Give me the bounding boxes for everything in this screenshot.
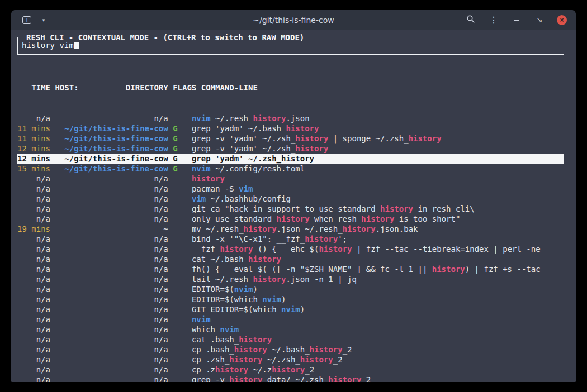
cell-flags: G — [173, 164, 192, 173]
history-row[interactable]: n/a n/a nvim ~/.resh_history.json — [17, 113, 564, 123]
command-segment: history — [215, 365, 248, 374]
chevron-down-icon: ▾ — [42, 17, 45, 23]
cell-host: n/a — [55, 174, 173, 183]
history-row[interactable]: n/a n/a cp .bash_history ~/.bash_history… — [17, 345, 564, 355]
command-segment: EDITOR=$( — [192, 285, 234, 294]
history-row[interactable]: n/a n/a nvim — [17, 314, 564, 324]
history-row[interactable]: n/a n/a tail ~/.resh_history.json -n 1 |… — [17, 274, 564, 284]
command-segment: _data/ ~/.zsh_ — [262, 375, 328, 382]
history-row[interactable]: 12 mins ~/git/this-is-fine-cow G grep 'y… — [17, 154, 564, 164]
command-segment: vim — [239, 184, 253, 193]
command-segment: ) — [281, 295, 286, 304]
history-row[interactable]: n/a n/a pacman -S vim — [17, 184, 564, 194]
command-segment: history — [305, 235, 338, 243]
command-segment: git ca "hack in support to use standard — [192, 204, 380, 213]
history-row[interactable]: n/a n/a fh() { eval $( ([ -n "$ZSH_NAME"… — [17, 264, 564, 274]
cell-host: ~/git/this-is-fine-cow — [55, 144, 173, 153]
history-row[interactable]: n/a n/a bind -x '"\C-x1": __fzf_history'… — [17, 234, 564, 244]
close-button[interactable]: × — [557, 15, 567, 25]
cell-host: n/a — [55, 295, 173, 304]
cell-flags — [173, 194, 192, 203]
new-tab-button[interactable]: + — [21, 14, 32, 26]
command-segment: history — [192, 174, 225, 183]
minimize-button[interactable]: − — [511, 14, 522, 26]
cell-command: EDITOR=$(nvim) — [192, 285, 258, 294]
titlebar[interactable]: + ▾ ~/git/this-is-fine-cow ⋮ − ↘ × — [11, 10, 576, 30]
cell-flags — [173, 255, 192, 264]
command-segment: in resh cli\ — [413, 204, 475, 213]
history-row[interactable]: n/a n/a __fzf_history () { __ehc $(histo… — [17, 244, 564, 254]
command-segment: .json.bak — [376, 224, 418, 233]
cell-host: n/a — [55, 255, 173, 264]
search-icon — [466, 15, 475, 25]
command-segment: nvim — [192, 114, 211, 123]
history-row[interactable]: n/a n/a cp .zsh_history ~/.zsh_history_2 — [17, 355, 564, 365]
history-row[interactable]: 15 mins ~/git/this-is-fine-cow G nvim ~/… — [17, 164, 564, 174]
history-row[interactable]: n/a n/a git ca "hack in support to use s… — [17, 204, 564, 214]
cell-flags — [173, 245, 192, 254]
cell-flags — [173, 315, 192, 324]
command-segment: EDITOR=$(which — [192, 295, 262, 304]
cell-host: ~/git/this-is-fine-cow — [55, 134, 173, 143]
cell-flags — [173, 325, 192, 334]
cell-command: grep -v 'yadm' ~/.zsh_history | sponge ~… — [192, 134, 442, 143]
command-segment: nvim — [234, 285, 253, 294]
command-segment: .json — [286, 114, 309, 123]
menu-button[interactable]: ⋮ — [488, 14, 499, 26]
cell-time: n/a — [17, 375, 55, 382]
history-row[interactable]: n/a n/a EDITOR=$(which nvim) — [17, 294, 564, 304]
search-button[interactable] — [465, 14, 476, 26]
cell-time: n/a — [17, 204, 55, 213]
history-row[interactable]: n/a n/a GIT_EDITOR=$(which nvim) — [17, 304, 564, 314]
cell-flags: G — [173, 144, 192, 153]
history-row[interactable]: n/a n/a EDITOR=$(nvim) — [17, 284, 564, 294]
command-segment: history — [220, 245, 253, 254]
restore-button[interactable]: ↘ — [534, 14, 545, 26]
cell-flags — [173, 375, 192, 382]
command-segment: ~/.zsh_ — [262, 355, 300, 364]
history-row[interactable]: n/a n/a cp .zhistory ~/.zhistory_2 — [17, 365, 564, 375]
cell-time: n/a — [17, 245, 55, 254]
terminal-screen[interactable]: RESH CLI - CONTEXTUAL MODE - (CTRL+R to … — [11, 30, 576, 382]
history-row[interactable]: n/a n/a history — [17, 174, 564, 184]
cell-command: GIT_EDITOR=$(which nvim) — [192, 305, 305, 314]
history-row[interactable]: n/a n/a which nvim — [17, 324, 564, 334]
command-segment: history — [239, 335, 272, 344]
history-row[interactable]: n/a n/a grep -v history_data/ ~/.zsh_his… — [17, 375, 564, 382]
cell-flags — [173, 345, 192, 354]
command-segment: ) — [253, 285, 257, 294]
cell-command: grep 'yadm' ~/.bash_history — [192, 124, 319, 133]
command-segment: history — [295, 134, 328, 143]
cell-host: n/a — [55, 305, 173, 314]
command-segment: nvim — [192, 315, 211, 324]
cell-time: n/a — [17, 325, 55, 334]
command-segment: ~/.bashhub/config — [206, 194, 291, 203]
history-row[interactable]: 11 mins ~/git/this-is-fine-cow G grep -v… — [17, 133, 564, 144]
command-segment: history — [229, 375, 262, 382]
cell-time: n/a — [17, 365, 55, 374]
cell-time: 12 mins — [17, 154, 55, 163]
command-segment: history — [244, 224, 277, 233]
command-segment: history — [409, 134, 442, 143]
command-segment: history — [300, 355, 333, 364]
command-segment: ~/.z — [248, 365, 272, 374]
cell-flags — [173, 355, 192, 364]
command-segment: grep 'yadm' ~/.bash_ — [192, 124, 286, 133]
command-segment: grep -v 'yadm' ~/.zsh_ — [192, 144, 295, 153]
command-segment: () { __ehc $( — [253, 245, 319, 254]
command-segment: cp .zsh_ — [192, 355, 229, 364]
history-row[interactable]: n/a n/a cat ~/.bash_history — [17, 254, 564, 264]
cell-flags: G — [173, 134, 192, 143]
tab-dropdown-button[interactable]: ▾ — [38, 14, 49, 26]
history-row[interactable]: 19 mins ~ mv ~/.resh_history.json ~/.res… — [17, 224, 564, 234]
cell-command: __fzf_history () { __ehc $(history | fzf… — [192, 245, 541, 254]
cell-time: n/a — [17, 345, 55, 354]
history-row[interactable]: n/a n/a vim ~/.bashhub/config — [17, 194, 564, 204]
cell-flags — [173, 224, 192, 233]
history-row[interactable]: n/a n/a cat .bash_history — [17, 334, 564, 345]
command-segment: history — [281, 154, 314, 163]
history-row[interactable]: 11 mins ~/git/this-is-fine-cow G grep 'y… — [17, 123, 564, 133]
history-row[interactable]: n/a n/a only use standard history when r… — [17, 214, 564, 224]
cell-command: fh() { eval $( ([ -n "$ZSH_NAME" ] && fc… — [192, 265, 541, 274]
history-row[interactable]: 12 mins ~/git/this-is-fine-cow G grep -v… — [17, 144, 564, 154]
